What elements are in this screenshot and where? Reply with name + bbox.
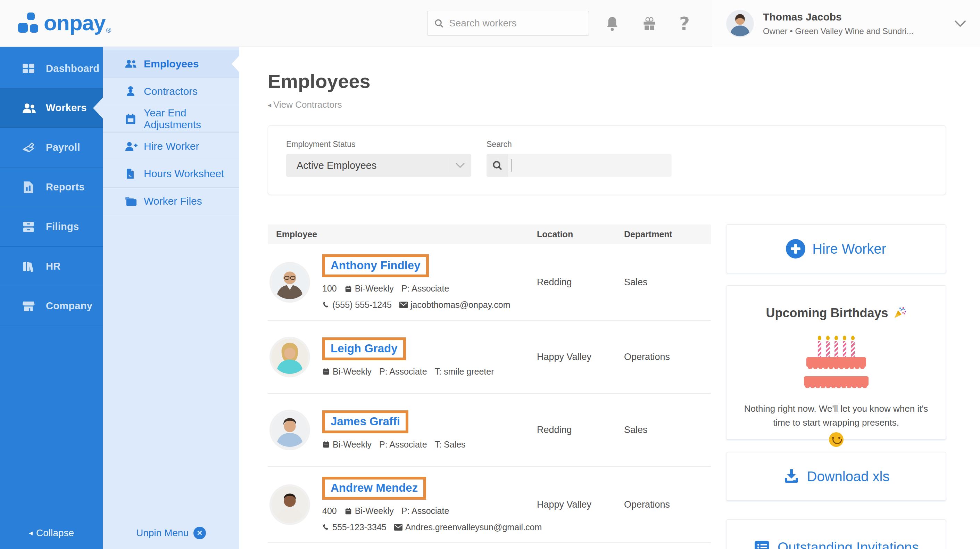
sidebar-label: Dashboard (46, 63, 99, 74)
employee-department: Operations (624, 499, 711, 510)
hire-worker-button[interactable]: Hire Worker (726, 225, 946, 273)
hr-books-icon (22, 260, 37, 273)
sidebar-item-hr[interactable]: HR (0, 247, 103, 286)
submenu-label: Employees (144, 58, 199, 70)
submenu-item-hours-worksheet[interactable]: Hours Worksheet (103, 160, 239, 188)
sidebar-item-workers[interactable]: Workers (0, 88, 103, 128)
global-search-input[interactable] (449, 18, 581, 29)
onpay-logo-text: onpay (44, 10, 105, 35)
employee-name-highlight: James Graffi (322, 410, 408, 433)
view-contractors-link[interactable]: ◂ View Contractors (268, 99, 342, 110)
collapse-label: Collapse (36, 527, 74, 539)
global-search[interactable] (427, 11, 589, 36)
submenu-item-hire-worker[interactable]: Hire Worker (103, 133, 239, 160)
search-icon (487, 154, 508, 177)
right-panel: Hire Worker Upcoming Birthdays (726, 225, 946, 549)
notifications-bell-icon[interactable] (605, 16, 619, 32)
sidebar-item-dashboard[interactable]: Dashboard (0, 49, 103, 88)
main-sidebar: Dashboard Workers Payroll (0, 47, 103, 549)
download-xls-label: Download xls (807, 469, 890, 484)
employee-avatar (271, 338, 309, 376)
sidebar-item-payroll[interactable]: Payroll (0, 128, 103, 168)
birthday-cake-illustration (803, 335, 869, 390)
position-tag: P: Associate (379, 440, 427, 450)
employee-number: 100 (322, 284, 337, 294)
company-storefront-icon (22, 299, 37, 313)
title-tag: T: Sales (435, 440, 466, 450)
calendar-icon (345, 507, 352, 515)
list-icon (753, 539, 771, 549)
person-plus-icon (124, 140, 137, 153)
table-row[interactable]: James Graffi Bi-Weekly P: Associate T: S… (268, 394, 711, 467)
employee-name-link[interactable]: James Graffi (331, 415, 400, 428)
onpay-logo-icon (18, 10, 40, 35)
email-address[interactable]: Andres.greenvalleysun@gmail.com (394, 522, 542, 532)
sidebar-item-filings[interactable]: Filings (0, 207, 103, 247)
payroll-hand-check-icon (22, 141, 37, 155)
birthdays-empty-message: Nothing right now. We'll let you know wh… (735, 402, 937, 429)
submenu-item-worker-files[interactable]: Worker Files (103, 188, 239, 215)
pay-frequency: Bi-Weekly (345, 506, 394, 516)
table-row[interactable]: Andrew Mendez 400 Bi-Weekly P: Associate (268, 467, 711, 543)
employee-department: Sales (624, 277, 711, 288)
download-xls-button[interactable]: Download xls (726, 452, 946, 501)
table-row[interactable]: Anthony Findley 100 Bi-Weekly P: Associa… (268, 244, 711, 321)
employee-contact: 555-123-3345 Andres.greenvalleysun@gmail… (322, 522, 542, 532)
pay-frequency: Bi-Weekly (345, 284, 394, 294)
sidebar-label: Payroll (46, 142, 80, 153)
employee-search-input[interactable] (487, 154, 671, 177)
employee-details: Bi-Weekly P: Associate T: Sales (322, 440, 466, 450)
user-texts: Thomas Jacobs Owner • Green Valley Wine … (763, 11, 948, 36)
pay-frequency: Bi-Weekly (322, 367, 372, 377)
onpay-logo[interactable]: onpay ® (18, 10, 111, 35)
column-header-employee: Employee (268, 229, 537, 239)
submenu-item-year-end-adjustments[interactable]: Year End Adjustments (103, 105, 239, 133)
employee-location: Redding (537, 425, 624, 436)
column-header-department: Department (624, 229, 711, 239)
user-name: Thomas Jacobs (763, 11, 948, 23)
employee-name-link[interactable]: Andrew Mendez (331, 481, 418, 494)
workers-people-icon (22, 101, 37, 115)
topbar-icons: ? (605, 0, 690, 47)
email-address[interactable]: jacobthomas@onpay.com (399, 300, 511, 310)
phone-number: 555-123-3345 (322, 522, 387, 532)
phone-icon (322, 301, 329, 308)
outstanding-invitations-button[interactable]: Outstanding Invitations (726, 519, 946, 549)
employee-search-label: Search (487, 140, 671, 149)
unpin-menu-button[interactable]: Unpin Menu ✕ (103, 517, 239, 549)
view-contractors-label: View Contractors (273, 99, 342, 110)
submenu-item-contractors[interactable]: Contractors (103, 78, 239, 105)
employee-location: Happy Valley (537, 499, 624, 510)
employee-search-field: Search (487, 140, 671, 195)
birthdays-title: Upcoming Birthdays (766, 306, 888, 320)
help-icon[interactable]: ? (679, 13, 690, 34)
employment-status-select[interactable]: Active Employees (286, 154, 471, 177)
employee-details: Bi-Weekly P: Associate T: smile greeter (322, 367, 494, 377)
collapse-sidebar-button[interactable]: ◂ Collapse (0, 517, 103, 549)
table-row[interactable]: Leigh Grady Bi-Weekly P: Associate T: sm… (268, 321, 711, 394)
smiling-face-emoji (829, 432, 843, 447)
employee-avatar (271, 412, 309, 448)
main-content: Employees ◂ View Contractors Employment … (239, 47, 980, 549)
calendar-icon (124, 113, 137, 125)
page-title: Employees (268, 70, 946, 93)
envelope-icon (399, 302, 408, 308)
chevron-down-icon (449, 163, 471, 168)
employee-avatar (271, 486, 309, 523)
submenu-item-employees[interactable]: Employees (103, 50, 239, 78)
employee-name-link[interactable]: Anthony Findley (331, 259, 420, 272)
employee-details: 100 Bi-Weekly P: Associate (322, 284, 511, 294)
user-menu[interactable]: Thomas Jacobs Owner • Green Valley Wine … (712, 0, 980, 47)
contractor-hardhat-icon (124, 85, 137, 97)
employee-avatar (271, 264, 309, 301)
employees-people-icon (124, 58, 137, 70)
employee-name-link[interactable]: Leigh Grady (331, 342, 398, 355)
sidebar-item-company[interactable]: Company (0, 286, 103, 326)
submenu-label: Year End Adjustments (144, 107, 239, 131)
sidebar-label: HR (46, 260, 61, 272)
sidebar-item-reports[interactable]: Reports (0, 168, 103, 207)
phone-number: (555) 555-1245 (322, 300, 392, 310)
employee-location: Redding (537, 277, 624, 288)
gift-icon[interactable] (642, 16, 657, 31)
back-arrow-icon: ◂ (268, 101, 271, 109)
